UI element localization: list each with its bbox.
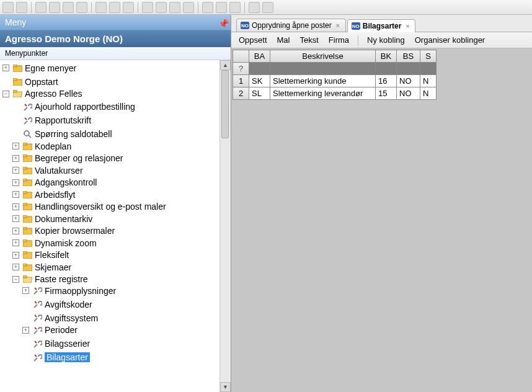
close-icon[interactable]: × [404, 22, 411, 30]
filter-beskrivelse[interactable] [270, 63, 376, 75]
collapse-icon[interactable]: − [12, 276, 19, 283]
cell-bs[interactable]: NO [397, 75, 420, 87]
tree-item-dynamisk-zoom[interactable]: +Dynamisk zoom [12, 238, 97, 248]
menu-tekst[interactable]: Tekst [296, 34, 322, 46]
cell-beskrivelse[interactable]: Slettemerking kunde [270, 75, 376, 87]
col-header-ba[interactable]: BA [249, 50, 270, 63]
tree-item-agresso-felles[interactable]: −Agresso Felles [2, 89, 82, 99]
expand-icon[interactable]: + [12, 264, 19, 270]
expand-icon[interactable]: + [22, 327, 29, 334]
filter-row[interactable]: ? [233, 63, 437, 75]
menu-firma[interactable]: Firma [325, 34, 353, 46]
filter-s[interactable] [420, 63, 437, 75]
toolbar-button[interactable] [169, 2, 180, 13]
tree-item-oppstart[interactable]: Oppstart [2, 77, 58, 87]
tab-bilagsarter[interactable]: NO Bilagsarter × [347, 19, 416, 32]
toolbar-button[interactable] [2, 2, 14, 13]
expand-icon[interactable]: + [22, 287, 29, 294]
col-header-beskrivelse[interactable]: Beskrivelse [270, 50, 376, 63]
tree-item-kopier-browsermaler[interactable]: +Kopier browsermaler [12, 226, 115, 236]
tree-item-skjemaer[interactable]: +Skjemaer [12, 262, 71, 272]
expand-icon[interactable]: + [12, 203, 19, 210]
expand-icon[interactable]: + [12, 252, 19, 259]
cell-bs[interactable]: NO [397, 87, 420, 100]
scroll-down-icon[interactable]: ▼ [220, 382, 231, 392]
expand-icon[interactable]: + [12, 167, 19, 174]
toolbar-button[interactable] [95, 2, 107, 13]
tree-item-sporring[interactable]: Spørring saldotabell [12, 129, 112, 139]
col-header-rownum[interactable] [233, 50, 249, 63]
tree-item-avgiftskoder[interactable]: Avgiftskoder [22, 300, 92, 310]
toolbar-button[interactable] [216, 2, 227, 13]
scroll-thumb[interactable] [221, 70, 229, 138]
tree-item-avgiftssystem[interactable]: Avgiftssystem [22, 313, 98, 323]
toolbar-button[interactable] [49, 2, 60, 13]
tree-item-bilagsserier[interactable]: Bilagsserier [22, 339, 90, 349]
menu-oppsett[interactable]: Oppsett [235, 34, 271, 46]
col-header-s[interactable]: S [420, 50, 437, 63]
toolbar-button[interactable] [262, 2, 273, 13]
expand-icon[interactable]: + [12, 191, 19, 198]
cell-bk[interactable]: 16 [376, 75, 397, 87]
close-icon[interactable]: × [334, 22, 342, 29]
tree-item-adgangskontroll[interactable]: +Adgangskontroll [12, 177, 97, 187]
scroll-up-icon[interactable]: ▲ [220, 60, 231, 70]
expand-icon[interactable]: + [12, 155, 19, 162]
cell-ba[interactable]: SK [249, 75, 270, 87]
pin-icon[interactable]: 📌 [218, 19, 226, 26]
toolbar-button[interactable] [76, 2, 87, 13]
tree-item-perioder[interactable]: +Perioder [22, 325, 78, 335]
tree-item-egne-menyer[interactable]: +Egne menyer [2, 63, 76, 73]
col-header-bk[interactable]: BK [376, 50, 397, 63]
tree-item-firmaopplysninger[interactable]: +Firmaopplysninger [22, 286, 116, 296]
menu-ny-kobling[interactable]: Ny kobling [363, 34, 409, 46]
toolbar-button[interactable] [123, 2, 134, 13]
cell-s[interactable]: N [420, 87, 437, 100]
tree-item-faste-registre[interactable]: −Faste registre [12, 274, 88, 284]
tab-opprydning[interactable]: NO Opprydning åpne poster × [236, 19, 346, 32]
filter-ba[interactable] [249, 63, 270, 75]
svg-rect-3 [13, 78, 17, 81]
folder-icon [23, 179, 32, 186]
toolbar-button[interactable] [202, 2, 213, 13]
table-row[interactable]: 2 SL Slettemerking leverandør 15 NO N [233, 87, 437, 100]
toolbar-button[interactable] [142, 2, 153, 13]
tree-item-dokumentarkiv[interactable]: +Dokumentarkiv [12, 214, 92, 224]
expand-icon[interactable]: + [12, 143, 19, 149]
cell-beskrivelse[interactable]: Slettemerking leverandør [270, 87, 376, 100]
menu-mal[interactable]: Mal [273, 34, 294, 46]
tree-item-kodeplan[interactable]: +Kodeplan [12, 141, 71, 151]
tree-item-rapportutskrift[interactable]: Rapportutskrift [12, 115, 91, 125]
filter-bs[interactable] [397, 63, 420, 75]
toolbar-button[interactable] [249, 2, 260, 13]
toolbar-button[interactable] [183, 2, 194, 13]
collapse-icon[interactable]: − [2, 91, 9, 97]
tree-item-handlingsoversikt[interactable]: +Handlingsoversikt og e-post maler [12, 202, 166, 212]
cell-bk[interactable]: 15 [376, 87, 397, 100]
tree-item-fleksifelt[interactable]: +Fleksifelt [12, 250, 69, 260]
tree-item-ajourhold[interactable]: Ajourhold rapportbestilling [12, 102, 135, 112]
toolbar-button[interactable] [109, 2, 120, 13]
tree-scrollbar[interactable]: ▲ ▼ [219, 60, 231, 392]
cell-s[interactable]: N [420, 75, 437, 87]
expand-icon[interactable]: + [2, 65, 9, 71]
tree-item-bilagsarter[interactable]: Bilagsarter [22, 352, 90, 362]
toolbar-button[interactable] [63, 2, 74, 13]
table-row[interactable]: 1 SK Slettemerking kunde 16 NO N [233, 75, 437, 87]
expand-icon[interactable]: + [12, 179, 19, 186]
toolbar-button[interactable] [229, 2, 241, 13]
filter-bk[interactable] [376, 63, 397, 75]
tree-item-begreper[interactable]: +Begreper og relasjoner [12, 153, 123, 163]
toolbar-button[interactable] [156, 2, 167, 13]
toolbar-button[interactable] [16, 2, 27, 13]
menu-organiser-koblinger[interactable]: Organiser koblinger [411, 34, 489, 46]
sidebar-header: Meny 📌 [0, 15, 231, 30]
tree-item-arbeidsflyt[interactable]: +Arbeidsflyt [12, 190, 75, 200]
toolbar-button[interactable] [35, 2, 47, 13]
tree-item-valutakurser[interactable]: +Valutakurser [12, 166, 83, 176]
expand-icon[interactable]: + [12, 239, 19, 246]
cell-ba[interactable]: SL [249, 87, 270, 100]
expand-icon[interactable]: + [12, 228, 19, 234]
expand-icon[interactable]: + [12, 215, 19, 222]
col-header-bs[interactable]: BS [397, 50, 420, 63]
